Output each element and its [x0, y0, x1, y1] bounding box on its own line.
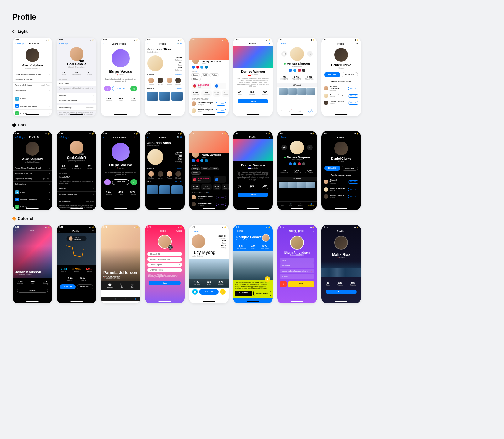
back-button[interactable]: ‹ Back [280, 136, 286, 138]
gear-icon[interactable]: ⚙ [180, 136, 182, 138]
list-item[interactable]: Subscriptions› [13, 182, 52, 187]
follow-button[interactable]: Follow [238, 193, 268, 197]
facebook-icon[interactable] [192, 159, 195, 162]
avatar[interactable] [26, 48, 39, 62]
back-button[interactable]: ‹ [324, 43, 324, 45]
follow-button[interactable]: FOLLOW [348, 180, 358, 184]
heart-icon[interactable]: ♡ [134, 43, 135, 45]
list-item[interactable]: Richard ThompsonAustraliaFOLLOW [321, 178, 361, 186]
list-item[interactable]: ◎Find My› [13, 110, 52, 116]
follow-button[interactable]: FOLLOW [348, 87, 358, 90]
follow-button[interactable]: Follow [326, 290, 357, 294]
call-button[interactable]: ✆ [130, 179, 137, 185]
back-button[interactable]: ‹ [59, 230, 60, 232]
follow-button[interactable]: FOLLOW [235, 291, 252, 296]
avatar[interactable] [334, 236, 348, 250]
nickname-row[interactable]: CooLGaMeR [57, 175, 96, 180]
email-input[interactable]: bjornamundsen@europemail.com⚠ [280, 269, 314, 273]
more-icon[interactable]: ⋯ [356, 136, 358, 139]
tab-wishlist[interactable]: ♡Wishlist [298, 109, 303, 113]
facebook-icon[interactable] [289, 162, 292, 165]
list-item[interactable]: Melissa SimpsonModelFOLLOW [189, 107, 229, 114]
search-icon[interactable]: 🔍 [177, 43, 180, 45]
firstname-input[interactable]: Bjørn [280, 258, 314, 263]
follow-button[interactable]: FOLLOW [199, 289, 219, 295]
linkedin-icon[interactable] [205, 66, 208, 69]
list-item[interactable]: Name, Phone Numbers, Email› [13, 165, 52, 171]
avatar[interactable] [290, 141, 304, 154]
heart-icon[interactable]: ♥ [269, 43, 270, 45]
follow-button[interactable]: FOLLOW [60, 284, 76, 289]
avatar[interactable] [112, 143, 130, 161]
message-button[interactable]: 💬 [281, 51, 287, 57]
avatar[interactable] [290, 236, 304, 250]
gallery-item[interactable] [159, 92, 170, 101]
privacy-row[interactable]: Profile PrivacyOnly You › [57, 199, 96, 204]
follow-button[interactable]: FOLLOW [348, 195, 358, 198]
list-item[interactable]: Subscriptions› [13, 88, 52, 93]
back-button[interactable]: ‹ [15, 230, 16, 232]
follow-button[interactable]: FOLLOW [348, 94, 358, 98]
follow-button[interactable]: FOLLOW [324, 166, 340, 171]
list-item[interactable]: Payment & ShippingApple Pay › [13, 83, 52, 88]
view-all-link[interactable]: View All [175, 181, 182, 183]
pinterest-icon[interactable] [196, 66, 199, 69]
tab-profile[interactable]: 👤My Profile [308, 109, 314, 113]
gallery-item[interactable] [159, 185, 170, 194]
more-icon[interactable]: ⋯ [356, 43, 358, 45]
message-button[interactable]: ✉ MESSAGE [253, 291, 271, 296]
back-button[interactable]: ‹ Settings [15, 43, 25, 45]
list-item[interactable]: Amanda KruegerDesignerFOLLOW [189, 194, 229, 201]
like-button[interactable]: ♡ [104, 86, 111, 91]
country-select[interactable]: Norway▾ [280, 274, 314, 279]
instagram-icon[interactable] [298, 162, 301, 165]
twitter-icon[interactable] [200, 159, 203, 162]
bell-button[interactable]: 🔔 [220, 289, 226, 295]
follow-button[interactable]: FOLLOW [216, 102, 226, 106]
camera-icon[interactable]: 📷 [168, 245, 173, 250]
more-icon[interactable]: ⋯ [48, 230, 50, 232]
avatar[interactable] [290, 47, 304, 61]
call-button[interactable]: ✆ [130, 86, 137, 91]
message-button[interactable]: MESSAGE [342, 166, 358, 171]
tab-home[interactable]: ⌂Home [280, 203, 284, 206]
back-button[interactable]: ‹ [236, 136, 236, 138]
tab-home[interactable]: ⌂ [105, 298, 106, 300]
more-icon[interactable] [302, 162, 305, 165]
follow-button[interactable]: FOLLOW [324, 72, 340, 77]
project-thumb[interactable] [306, 182, 315, 188]
check-icon[interactable]: ✓ [312, 230, 314, 233]
list-item[interactable]: Recently Played With› [57, 192, 96, 197]
back-button[interactable]: ‹ Home [192, 230, 199, 232]
heart-button[interactable]: ♡ [307, 145, 313, 150]
back-button[interactable]: ‹ Settings [15, 136, 25, 138]
view-all-link[interactable]: View All [175, 74, 182, 76]
tab-shop[interactable]: 🛒Shop [289, 109, 292, 113]
heart-button[interactable]: ♡ [307, 51, 313, 57]
back-button[interactable]: ‹ [324, 136, 324, 139]
list-item[interactable]: Password & Security› [13, 77, 52, 83]
tab-profile[interactable]: 👤My Profile [308, 203, 314, 206]
message-button[interactable]: MESSAGE [77, 284, 93, 289]
edit-button[interactable]: Edit [79, 153, 84, 155]
follow-button[interactable]: Follow [17, 288, 48, 293]
privacy-row[interactable]: Profile PrivacyOnly You › [57, 105, 96, 111]
friend-avatar[interactable] [158, 78, 163, 83]
follow-button[interactable]: FOLLOW [348, 188, 358, 191]
friend-avatar[interactable] [148, 171, 154, 177]
edit-button[interactable]: Edit [79, 60, 84, 62]
lastname-input[interactable]: Amundsen [280, 263, 314, 268]
gallery-item[interactable] [171, 185, 183, 194]
friend-avatar[interactable] [167, 171, 172, 177]
project-thumb[interactable] [306, 88, 315, 95]
search-icon[interactable]: 🔍 [177, 136, 180, 138]
star-button[interactable]: ★ [265, 276, 270, 282]
facebook-icon[interactable] [192, 66, 195, 69]
project-thumb[interactable] [288, 88, 297, 95]
view-all-link[interactable]: View All [175, 167, 182, 169]
friend-avatar[interactable] [167, 78, 172, 83]
back-button[interactable]: ‹ [103, 43, 104, 45]
more-icon[interactable]: ⋯ [356, 230, 358, 232]
back-button[interactable]: ‹ [280, 231, 280, 233]
share-icon[interactable]: ⇧ [136, 136, 138, 138]
